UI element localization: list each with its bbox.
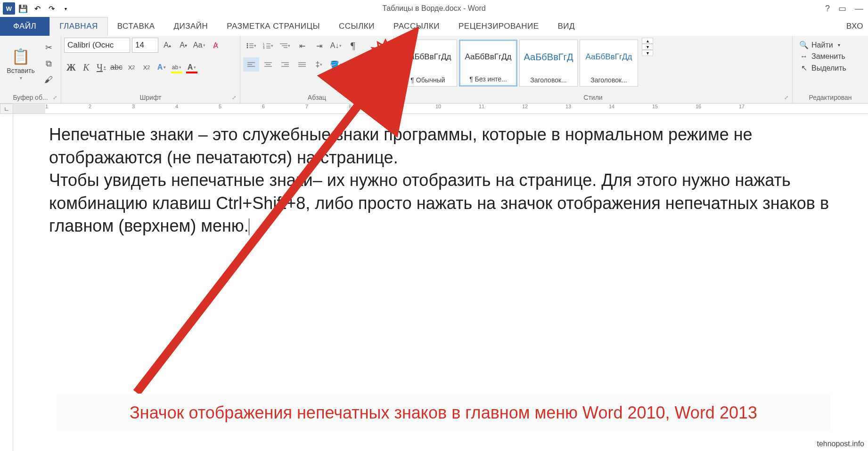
text-effects[interactable]: A xyxy=(155,60,169,74)
ruler-tick: 14 xyxy=(609,104,614,109)
styles-expand[interactable]: ▾ xyxy=(642,50,653,56)
paragraph-2[interactable]: Чтобы увидеть непечатные знаки– их нужно… xyxy=(49,169,840,238)
tab-insert[interactable]: ВСТАВКА xyxy=(108,17,164,36)
title-bar: W 💾 ↶ ↷ ▾ Таблицы в Ворде.docx - Word ? … xyxy=(0,0,868,17)
help-button[interactable]: ? xyxy=(825,4,830,14)
ruler-tick: 11 xyxy=(479,104,484,109)
align-center[interactable] xyxy=(260,57,276,72)
font-name-combo[interactable]: Calibri (Оснс xyxy=(64,38,130,53)
style-preview: АаБбВвГгДд xyxy=(399,40,457,74)
align-justify[interactable] xyxy=(294,57,310,72)
document-body[interactable]: Непечатные знаки – это служебные знаки п… xyxy=(49,123,840,238)
tab-home[interactable]: ГЛАВНАЯ xyxy=(49,17,107,36)
highlight-button[interactable]: ab xyxy=(170,60,184,74)
superscript-button[interactable]: X2 xyxy=(139,60,154,74)
qat-customize[interactable]: ▾ xyxy=(59,2,72,15)
style-name: ¶ Обычный xyxy=(399,74,457,86)
tab-mailings[interactable]: РАССЫЛКИ xyxy=(384,17,449,36)
cursor-icon: ↖ xyxy=(799,64,809,72)
sort-button[interactable]: A↓ xyxy=(328,39,344,53)
clipboard-launcher[interactable]: ⤢ xyxy=(53,95,57,101)
styles-gallery: АаБбВвГгДд¶ ОбычныйАаБбВвГгДд¶ Без инте.… xyxy=(397,38,640,89)
clear-formatting[interactable]: A̷ xyxy=(208,38,222,52)
paste-label: Вставить xyxy=(7,67,34,74)
tab-selector[interactable]: ∟ xyxy=(0,104,13,114)
paragraph-1[interactable]: Непечатные знаки – это служебные знаки п… xyxy=(49,123,840,169)
cut-button[interactable]: ✂ xyxy=(41,40,57,55)
tab-review[interactable]: РЕЦЕНЗИРОВАНИЕ xyxy=(449,17,549,36)
strikethrough-button[interactable]: abc xyxy=(109,60,123,74)
style-name: Заголовок... xyxy=(580,74,638,86)
select-button[interactable]: ↖Выделить xyxy=(799,64,846,72)
binoculars-icon: 🔍 xyxy=(799,40,809,49)
group-font: Calibri (Оснс 14 A▴ A▾ Aa A̷ Ж К Ч abc X… xyxy=(61,36,240,103)
tab-design[interactable]: ДИЗАЙН xyxy=(164,17,217,36)
font-color-button[interactable]: A xyxy=(185,60,199,74)
group-label-paragraph: Абзац⤢ xyxy=(243,92,391,103)
shading-button[interactable]: 🪣 xyxy=(328,57,344,72)
align-right[interactable] xyxy=(277,57,293,72)
style-preview: АаБбВвГгД xyxy=(520,40,577,74)
save-button[interactable]: 💾 xyxy=(17,2,29,15)
grow-font[interactable]: A▴ xyxy=(160,38,174,52)
group-styles: АаБбВвГгДд¶ ОбычныйАаБбВвГгДд¶ Без инте.… xyxy=(394,36,793,103)
tab-references[interactable]: ССЫЛКИ xyxy=(329,17,384,36)
style-item[interactable]: АаБбВвГгДд¶ Обычный xyxy=(399,40,457,87)
vertical-ruler[interactable] xyxy=(0,114,13,451)
subscript-button[interactable]: X2 xyxy=(124,60,139,74)
styles-launcher[interactable]: ⤢ xyxy=(784,95,788,101)
find-button[interactable]: 🔍Найти▾ xyxy=(799,40,846,49)
horizontal-ruler[interactable]: 1234567891011121314151617 xyxy=(13,104,868,114)
ruler-tick: 13 xyxy=(565,104,571,109)
increase-indent[interactable]: ⇥ xyxy=(311,39,327,53)
ribbon-tabs: ФАЙЛ ГЛАВНАЯ ВСТАВКА ДИЗАЙН РАЗМЕТКА СТР… xyxy=(0,17,868,36)
shrink-font[interactable]: A▾ xyxy=(176,38,190,52)
paste-button[interactable]: 📋 Вставить ▾ xyxy=(3,38,39,89)
underline-button[interactable]: Ч xyxy=(94,60,108,74)
style-name: ¶ Без инте... xyxy=(460,73,516,85)
ruler-tick: 12 xyxy=(522,104,528,109)
paragraph-launcher[interactable]: ⤢ xyxy=(385,95,390,101)
undo-button[interactable]: ↶ xyxy=(31,2,43,15)
tab-layout[interactable]: РАЗМЕТКА СТРАНИЦЫ xyxy=(217,17,329,36)
ruler-tick: 7 xyxy=(305,104,308,109)
quick-access-toolbar: W 💾 ↶ ↷ ▾ xyxy=(0,2,72,15)
tab-file[interactable]: ФАЙЛ xyxy=(0,17,49,36)
bold-button[interactable]: Ж xyxy=(64,60,78,74)
numbering-button[interactable]: 123 xyxy=(260,39,276,53)
ruler-tick: 9 xyxy=(392,104,395,109)
bullets-button[interactable] xyxy=(243,39,259,53)
redo-button[interactable]: ↷ xyxy=(45,2,57,15)
tab-view[interactable]: ВИД xyxy=(549,17,585,36)
borders-button[interactable]: ⊞ xyxy=(345,57,361,72)
minimize-button[interactable]: — xyxy=(855,4,863,14)
group-label-editing: Редактирован xyxy=(795,92,865,103)
format-painter-button[interactable]: 🖌 xyxy=(41,72,57,87)
show-hide-pilcrow[interactable]: ¶ xyxy=(345,39,361,53)
ribbon-display-options[interactable]: ▭ xyxy=(838,3,846,14)
svg-point-0 xyxy=(247,43,248,45)
window-controls: ? ▭ — xyxy=(825,3,863,14)
styles-scroll-down[interactable]: ▾ xyxy=(642,44,653,50)
line-spacing[interactable]: ‡ xyxy=(311,57,327,72)
styles-scroll-up[interactable]: ▴ xyxy=(642,38,653,44)
ruler-tick: 8 xyxy=(349,104,352,109)
change-case[interactable]: Aa xyxy=(192,38,206,52)
decrease-indent[interactable]: ⇤ xyxy=(294,39,310,53)
sign-in[interactable]: Вхо xyxy=(837,17,868,36)
multilevel-list-button[interactable] xyxy=(277,39,293,53)
group-paragraph: 123 ⇤ ⇥ A↓ ¶ ‡ 🪣 ⊞ Абзац⤢ xyxy=(240,36,394,103)
style-item[interactable]: АаБбВвГгДд¶ Без инте... xyxy=(459,40,517,87)
replace-icon: ↔ xyxy=(799,52,809,61)
word-logo-icon: W xyxy=(3,2,15,15)
copy-button[interactable]: ⧉ xyxy=(41,56,57,71)
replace-button[interactable]: ↔Заменить xyxy=(799,52,846,61)
style-preview: АаБбВвГгДд xyxy=(580,40,638,74)
font-launcher[interactable]: ⤢ xyxy=(232,95,236,101)
style-item[interactable]: АаБбВвГгДЗаголовок... xyxy=(519,40,578,87)
align-left[interactable] xyxy=(243,57,259,72)
font-size-combo[interactable]: 14 xyxy=(132,38,158,53)
group-label-font: Шрифт⤢ xyxy=(64,92,237,103)
italic-button[interactable]: К xyxy=(79,60,93,74)
style-item[interactable]: АаБбВвГгДдЗаголовок... xyxy=(580,40,638,87)
